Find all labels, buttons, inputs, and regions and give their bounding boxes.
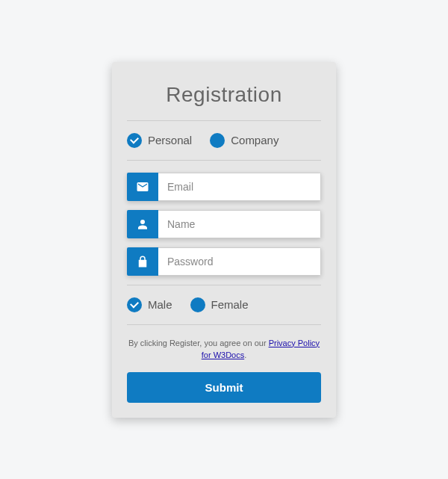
terms-suffix: . [244,350,246,359]
divider [127,120,321,121]
lock-icon [127,247,158,276]
radio-checked-icon [127,297,142,312]
envelope-icon [127,173,158,201]
submit-button[interactable]: Submit [127,372,321,403]
radio-unchecked-icon [210,133,225,148]
divider [127,285,321,285]
name-field[interactable] [158,210,321,238]
name-group [127,210,321,238]
email-group [127,173,321,201]
page-title: Registration [127,83,321,107]
registration-card: Registration Personal Company [112,62,336,418]
radio-company[interactable]: Company [210,133,279,148]
radio-male[interactable]: Male [127,297,172,312]
terms-text: By clicking Register, you agree on our P… [127,337,321,362]
divider [127,324,321,325]
radio-label: Male [148,298,172,311]
radio-label: Company [231,134,279,146]
gender-group: Male Female [127,297,321,312]
account-type-group: Personal Company [127,133,321,148]
user-icon [127,210,158,238]
email-field[interactable] [158,173,321,201]
radio-personal[interactable]: Personal [127,133,192,148]
radio-label: Personal [148,134,192,146]
radio-female[interactable]: Female [190,297,249,312]
password-field[interactable] [158,247,321,276]
radio-unchecked-icon [190,297,205,312]
terms-prefix: By clicking Register, you agree on our [128,339,269,347]
inputs-block [127,173,321,276]
password-group [127,247,321,276]
radio-label: Female [211,298,249,311]
radio-checked-icon [127,133,142,148]
divider [127,160,321,161]
